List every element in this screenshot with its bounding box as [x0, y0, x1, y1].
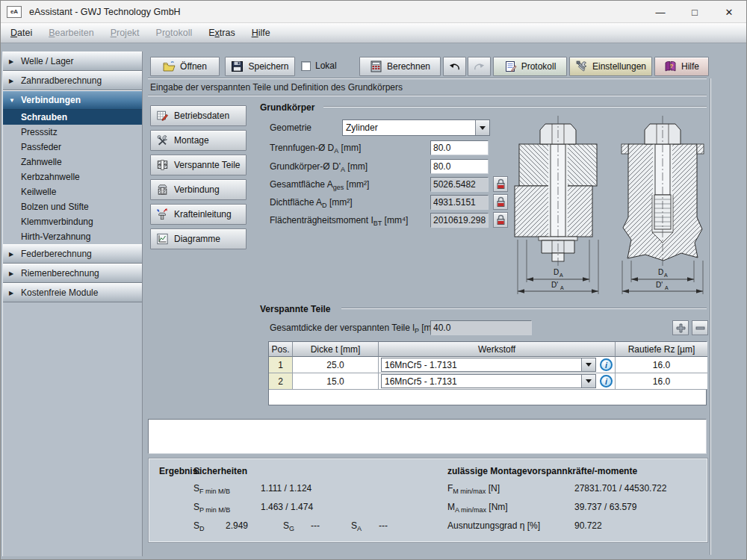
local-checkbox[interactable]: [301, 61, 311, 71]
sidebar-item-kerbzahnwelle[interactable]: Kerbzahnwelle: [3, 169, 142, 184]
geometrie-select[interactable]: Zylinder: [342, 119, 490, 136]
dropdown-button[interactable]: [581, 375, 595, 388]
sidebar-section-riemenberechnung[interactable]: ▶Riemenberechnung: [3, 264, 142, 283]
flaechentraegheitsmoment-lock-button[interactable]: [493, 212, 508, 228]
dropdown-button[interactable]: [475, 120, 489, 135]
trennfugen-input[interactable]: [430, 140, 489, 155]
material-select[interactable]: 16MnCr5 - 1.7131: [381, 374, 596, 388]
krafteinleitung-button[interactable]: Krafteinleitung: [150, 204, 247, 225]
app-icon: eA: [7, 6, 22, 18]
svg-text:D': D': [656, 281, 663, 289]
save-button[interactable]: Speichern: [225, 57, 295, 76]
menu-bar: Datei Bearbeiten Projekt Protokoll Extra…: [1, 23, 746, 43]
undo-button[interactable]: [443, 57, 466, 76]
parts-table: Pos. Dicke t [mm] Werkstoff Rautiefe Rz …: [268, 341, 707, 405]
svg-text:D: D: [658, 268, 663, 276]
montage-button[interactable]: Montage: [150, 130, 247, 151]
lock-icon: [496, 196, 506, 208]
gesamtdicke-label: Gesamtdicke der verspannten Teile lP [mm…: [270, 323, 441, 335]
safety-sg-value: ---: [311, 520, 320, 531]
protocol-button[interactable]: Protokoll: [493, 57, 567, 76]
safety-sp-value: 1.463 / 1.474: [261, 502, 313, 512]
verspannte-teile-button[interactable]: Verspannte Teile: [150, 155, 247, 175]
results-panel: Ergebnis: Sicherheiten SF min M/B 1.111 …: [148, 458, 708, 543]
menu-extras[interactable]: Extras: [206, 26, 237, 40]
row-thickness[interactable]: 15.0: [293, 373, 379, 390]
material-info-button[interactable]: i: [600, 358, 613, 371]
menu-hilfe[interactable]: Hilfe: [249, 26, 273, 40]
maximize-button[interactable]: □: [678, 1, 712, 23]
menu-protokoll[interactable]: Protokoll: [154, 26, 195, 40]
local-checkbox-label: Lokal: [315, 60, 337, 71]
row-material-cell: 16MnCr5 - 1.7131 i: [379, 357, 616, 373]
grundkoerper-d-input[interactable]: [430, 159, 489, 174]
calculator-icon: [370, 60, 382, 72]
settings-button[interactable]: Einstellungen: [569, 57, 652, 76]
dichtflaeche-field: [430, 195, 489, 210]
sidebar-item-zahnwelle[interactable]: Zahnwelle: [3, 155, 142, 169]
sidebar-section-verbindungen[interactable]: ▼Verbindungen: [3, 90, 142, 110]
save-floppy-icon: [231, 60, 244, 72]
sidebar-item-klemmverbindung[interactable]: Klemmverbindung: [3, 214, 142, 229]
menu-bearbeiten[interactable]: Bearbeiten: [46, 26, 96, 40]
col-werkstoff: Werkstoff: [379, 342, 616, 357]
window-title: eAssistant - GWJ Technology GmbH: [29, 7, 181, 17]
sidebar-item-schrauben[interactable]: Schrauben: [3, 110, 142, 125]
right-divider: [710, 78, 711, 555]
safety-sg-symbol: SG: [283, 520, 294, 532]
flaechentraegheitsmoment-field: [430, 213, 489, 228]
ma-symbol: MA min/max [Nm]: [447, 502, 508, 514]
verbindung-button[interactable]: Verbindung: [150, 179, 247, 200]
geometrie-label: Geometrie: [270, 122, 311, 133]
betriebsdaten-button[interactable]: Betriebsdaten: [150, 105, 247, 126]
sidebar-section-kostenfreie-module[interactable]: ▶Kostenfreie Module: [3, 283, 142, 302]
chevron-right-icon: ▶: [9, 78, 16, 84]
dichtflaeche-lock-button[interactable]: [493, 194, 508, 210]
menu-projekt[interactable]: Projekt: [108, 26, 142, 40]
title-bar: eA eAssistant - GWJ Technology GmbH: [1, 1, 746, 23]
sidebar-item-hirth-verzahnung[interactable]: Hirth-Verzahnung: [3, 229, 142, 244]
row-roughness[interactable]: 16.0: [616, 357, 707, 373]
open-button[interactable]: Öffnen: [150, 57, 220, 76]
svg-text:A: A: [664, 273, 668, 278]
sidebar-item-bolzen-und-stifte[interactable]: Bolzen und Stifte: [3, 199, 142, 214]
sidebar-item-keilwelle[interactable]: Keilwelle: [3, 184, 142, 199]
svg-text:D: D: [554, 268, 559, 276]
subtitle-divider: [148, 95, 707, 96]
row-material-cell: 16MnCr5 - 1.7131 i: [379, 373, 616, 390]
safety-sp-symbol: SP min M/B: [193, 502, 230, 514]
open-folder-icon: [163, 60, 176, 72]
row-roughness[interactable]: 16.0: [616, 373, 707, 390]
gesamtflaeche-lock-button[interactable]: [493, 176, 508, 192]
add-row-button[interactable]: [672, 320, 689, 335]
chevron-right-icon: ▶: [9, 251, 16, 258]
close-button[interactable]: ✕: [712, 1, 746, 23]
safety-sd-symbol: SD: [193, 520, 205, 532]
sidebar-item-passfeder[interactable]: Passfeder: [3, 140, 142, 155]
diagramme-button[interactable]: Diagramme: [150, 228, 247, 249]
help-button[interactable]: ? Hilfe: [654, 57, 709, 76]
trennfugen-label: Trennfugen-Ø DA [mm]: [270, 143, 361, 155]
material-select[interactable]: 16MnCr5 - 1.7131: [381, 358, 596, 372]
redo-icon: [473, 60, 486, 72]
grundkoerper-rule: [323, 106, 707, 108]
menu-datei[interactable]: Datei: [8, 26, 34, 40]
material-info-button[interactable]: i: [600, 375, 613, 388]
chevron-down-icon: [480, 126, 486, 130]
montage-tools-icon: [156, 134, 169, 146]
calculate-button[interactable]: Berechnen: [359, 57, 441, 76]
sidebar-item-presssitz[interactable]: Presssitz: [3, 125, 142, 140]
chevron-right-icon: ▶: [9, 290, 16, 296]
row-thickness[interactable]: 25.0: [293, 357, 379, 373]
forces-heading: zulässige Montagevorspannkräfte/-momente: [447, 466, 637, 476]
remove-row-button[interactable]: [692, 320, 708, 335]
minimize-button[interactable]: —: [643, 1, 678, 23]
sidebar-section-federberechnung[interactable]: ▶Federberechnung: [3, 244, 142, 264]
dropdown-button[interactable]: [581, 358, 595, 371]
sidebar-section-zahnradberechnung[interactable]: ▶Zahnradberechnung: [3, 71, 142, 90]
sidebar-section-welle-lager[interactable]: ▶Welle / Lager: [3, 52, 142, 71]
application-window: eA eAssistant - GWJ Technology GmbH — □ …: [0, 0, 747, 560]
row-pos: 1: [269, 357, 293, 373]
redo-button[interactable]: [468, 57, 491, 76]
settings-tools-icon: [575, 60, 588, 72]
